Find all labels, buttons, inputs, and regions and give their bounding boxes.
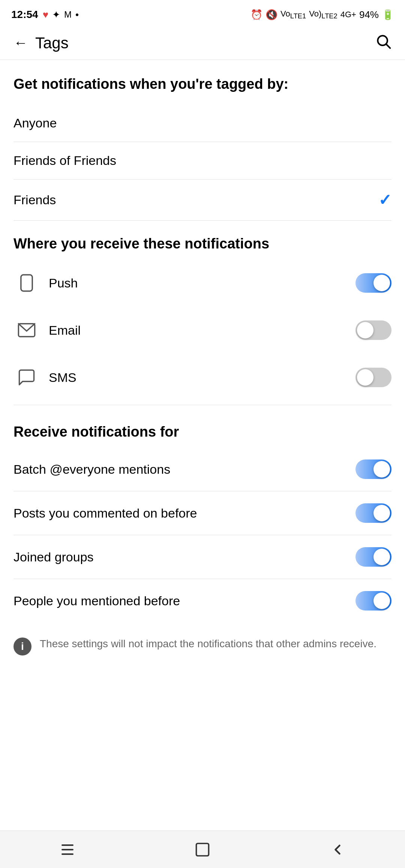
- status-bar: 12:54 ♥ ✦ M • ⏰ 🔇 VoLTE1 Vo)LTE2 4G+ 94%…: [0, 0, 405, 26]
- email-icon: [14, 317, 40, 343]
- svg-line-1: [386, 44, 390, 48]
- status-icons-left: ♥ ✦ M •: [43, 9, 79, 21]
- recents-icon: [62, 844, 74, 855]
- notif-batch-label: Batch @everyone mentions: [14, 462, 170, 477]
- toggle-row-push: Push: [14, 259, 392, 307]
- back-nav-icon: [329, 841, 346, 858]
- email-toggle-knob: [357, 322, 374, 338]
- mute-icon: 🔇: [266, 9, 278, 21]
- notif-row-mentioned[interactable]: People you mentioned before: [14, 579, 392, 623]
- option-anyone[interactable]: Anyone: [14, 105, 392, 142]
- notif-groups-label: Joined groups: [14, 550, 94, 564]
- batch-toggle[interactable]: [356, 459, 392, 479]
- signal2-icon: Vo)LTE2: [309, 9, 337, 20]
- option-anyone-label: Anyone: [14, 116, 57, 130]
- info-note: i These settings will not impact the not…: [14, 623, 392, 664]
- alarm-icon: ⏰: [250, 9, 262, 21]
- status-time: 12:54: [11, 9, 38, 21]
- gmail-icon: M: [64, 9, 72, 20]
- email-label: Email: [49, 323, 346, 338]
- option-friends-label: Friends: [14, 193, 56, 207]
- sms-label: SMS: [49, 370, 346, 385]
- sms-toggle[interactable]: [356, 368, 392, 387]
- search-button[interactable]: [375, 33, 392, 53]
- recents-button[interactable]: [45, 838, 90, 861]
- batch-toggle-knob: [374, 461, 390, 477]
- home-button[interactable]: [180, 838, 225, 861]
- toggle-row-sms: SMS: [14, 354, 392, 401]
- tagged-by-heading: Get notifications when you're tagged by:: [14, 60, 392, 105]
- option-fof-label: Friends of Friends: [14, 153, 116, 168]
- top-nav: ← Tags: [0, 26, 405, 60]
- commented-toggle[interactable]: [356, 503, 392, 523]
- push-toggle[interactable]: [356, 273, 392, 293]
- sms-icon: [14, 364, 40, 391]
- commented-toggle-knob: [374, 505, 390, 521]
- info-icon: i: [14, 638, 32, 655]
- notif-row-batch[interactable]: Batch @everyone mentions: [14, 447, 392, 491]
- notif-for-heading: Receive notifications for: [14, 409, 392, 447]
- push-toggle-knob: [374, 275, 390, 291]
- option-friends[interactable]: Friends ✓: [14, 180, 392, 221]
- selected-checkmark: ✓: [378, 191, 392, 209]
- grid-icon: ✦: [52, 9, 60, 21]
- mentioned-toggle-knob: [374, 593, 390, 609]
- back-nav-button[interactable]: [315, 838, 360, 861]
- sms-toggle-knob: [357, 369, 374, 386]
- status-right: ⏰ 🔇 VoLTE1 Vo)LTE2 4G+ 94% 🔋: [250, 9, 394, 21]
- notif-row-commented[interactable]: Posts you commented on before: [14, 491, 392, 535]
- bottom-nav: [0, 831, 405, 868]
- info-text: These settings will not impact the notif…: [40, 636, 376, 652]
- notif-mentioned-label: People you mentioned before: [14, 594, 180, 608]
- battery-icon: 🔋: [382, 9, 394, 21]
- notif-commented-label: Posts you commented on before: [14, 506, 197, 521]
- page-title: Tags: [35, 34, 69, 52]
- push-label: Push: [49, 276, 346, 290]
- dot-icon: •: [75, 9, 79, 21]
- back-button[interactable]: ←: [14, 35, 28, 51]
- groups-toggle[interactable]: [356, 547, 392, 567]
- battery-text: 94%: [359, 9, 379, 21]
- section-divider: [14, 405, 392, 405]
- phone-icon: [14, 270, 40, 296]
- notif-row-groups[interactable]: Joined groups: [14, 535, 392, 579]
- status-left: 12:54 ♥ ✦ M •: [11, 9, 79, 21]
- email-toggle[interactable]: [356, 320, 392, 340]
- svg-rect-2: [21, 275, 32, 291]
- groups-toggle-knob: [374, 549, 390, 565]
- toggle-row-email: Email: [14, 307, 392, 354]
- main-content: Get notifications when you're tagged by:…: [0, 60, 405, 664]
- option-friends-of-friends[interactable]: Friends of Friends: [14, 142, 392, 180]
- svg-rect-4: [196, 843, 209, 856]
- home-icon: [194, 841, 211, 858]
- mentioned-toggle[interactable]: [356, 591, 392, 611]
- nav-left: ← Tags: [14, 34, 69, 52]
- signal3-icon: 4G+: [340, 10, 356, 19]
- signal1-icon: VoLTE1: [280, 9, 306, 20]
- heart-icon: ♥: [43, 9, 48, 21]
- receive-where-heading: Where you receive these notifications: [14, 221, 392, 259]
